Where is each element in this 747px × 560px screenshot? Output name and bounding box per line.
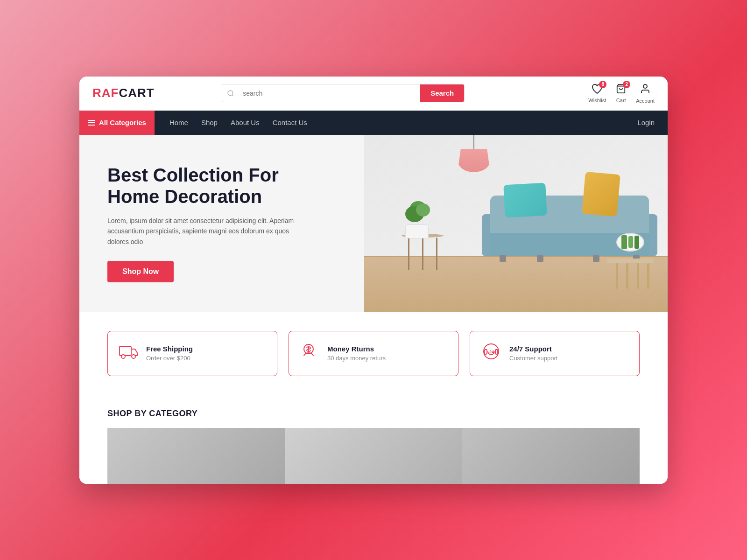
header: RAFCART Search 8 Wishlist 2 [79,77,668,111]
hero-image [364,135,668,312]
svg-rect-14 [495,350,498,354]
category-title: SHOP BY CATEGORY [107,409,640,419]
feature-support-title: 24/7 Support [509,345,557,353]
cart-badge: 2 [623,81,630,88]
truck-icon [119,343,138,364]
all-categories-button[interactable]: All Categories [79,111,155,135]
navbar: All Categories Home Shop About Us Contac… [79,111,668,135]
svg-point-8 [121,355,125,358]
wishlist-badge: 8 [599,81,606,88]
feature-shipping-desc: Order over $200 [146,355,193,362]
svg-rect-5 [88,122,95,123]
features-section: Free Shipping Order over $200 Money Rtur… [79,312,668,395]
category-card-3[interactable] [462,428,640,484]
logo-raf: RAF [92,86,119,100]
svg-line-1 [232,95,233,96]
category-card-1[interactable] [107,428,285,484]
svg-point-9 [132,355,135,358]
feature-shipping-title: Free Shipping [146,345,193,353]
feature-returns-title: Money Rturns [327,345,386,353]
search-input[interactable] [239,85,420,102]
user-icon [640,83,651,97]
shop-now-button[interactable]: Shop Now [107,261,174,282]
category-section: SHOP BY CATEGORY [79,395,668,484]
search-button[interactable]: Search [420,84,464,102]
svg-rect-7 [120,346,131,356]
account-button[interactable]: Account [636,83,655,104]
hero-section: Best Collection For Home Decoration Lore… [79,135,668,312]
lamp-decoration [458,135,490,172]
feature-shipping-text: Free Shipping Order over $200 [146,345,193,362]
svg-rect-4 [88,120,95,121]
feature-shipping: Free Shipping Order over $200 [107,331,277,376]
cart-button[interactable]: 2 Cart [615,84,627,103]
svg-point-3 [643,84,647,88]
heart-icon: 8 [592,84,603,97]
money-icon [300,343,319,364]
browser-window: RAFCART Search 8 Wishlist 2 [79,77,668,484]
header-actions: 8 Wishlist 2 Cart Account [588,83,655,104]
support-icon: 24 [481,342,501,365]
plant-pot-left [405,224,433,238]
feature-support-desc: Customer support [509,355,557,362]
features-grid: Free Shipping Order over $200 Money Rtur… [107,331,640,376]
hero-title: Best Collection For Home Decoration [107,164,303,207]
cart-label: Cart [616,98,626,103]
account-label: Account [636,98,655,104]
category-grid [107,428,640,484]
nav-shop[interactable]: Shop [201,119,218,126]
login-link[interactable]: Login [637,119,655,126]
nav-contact[interactable]: Contact Us [273,119,307,126]
feature-returns-desc: 30 days money returs [327,355,386,362]
feature-support: 24 24/7 Support Customer support [470,331,640,376]
logo: RAFCART [92,86,155,100]
nav-about[interactable]: About Us [231,119,260,126]
svg-rect-6 [88,125,95,126]
svg-point-0 [228,91,233,96]
feature-returns: Money Rturns 30 days money returs [289,331,458,376]
wishlist-button[interactable]: 8 Wishlist [588,84,606,103]
search-icon [222,90,239,97]
feature-returns-text: Money Rturns 30 days money returs [327,345,386,362]
svg-text:24: 24 [489,350,494,354]
nav-home[interactable]: Home [169,119,188,126]
search-bar: Search [222,84,465,102]
logo-cart: CART [119,86,154,100]
svg-rect-13 [485,350,487,354]
feature-support-text: 24/7 Support Customer support [509,345,557,362]
wishlist-label: Wishlist [588,98,606,103]
hero-description: Lorem, ipsum dolor sit amet consectetur … [107,216,303,247]
side-table-left [402,234,444,270]
hero-content: Best Collection For Home Decoration Lore… [79,164,331,282]
nav-links: Home Shop About Us Contact Us [169,119,307,126]
category-card-2[interactable] [285,428,462,484]
cart-icon: 2 [615,84,627,97]
side-table-right [607,259,658,289]
